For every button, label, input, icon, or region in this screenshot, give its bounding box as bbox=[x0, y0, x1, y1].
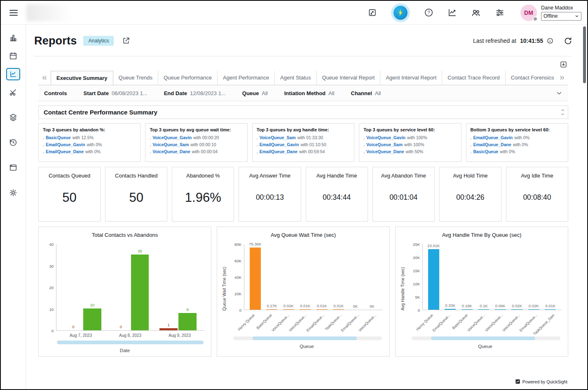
queue-link[interactable]: BasicQueue bbox=[473, 149, 499, 154]
queue-link[interactable]: EmailQueue_Gavin bbox=[46, 142, 85, 147]
filter-start-date[interactable]: Start Date06/08/2023 1... bbox=[84, 90, 148, 96]
notes-button[interactable] bbox=[368, 8, 377, 17]
queue-link[interactable]: VoiceQueue_Sam bbox=[152, 142, 189, 147]
bar-henry-queue[interactable] bbox=[428, 249, 439, 310]
open-external-button[interactable] bbox=[122, 37, 130, 45]
bar-aug-8-2023[interactable] bbox=[131, 255, 149, 330]
logo-blurred bbox=[26, 4, 73, 21]
sidebar-item-historical-metrics[interactable] bbox=[4, 65, 22, 83]
bar-henry-queue[interactable] bbox=[250, 248, 261, 310]
bar-emailqueue[interactable] bbox=[316, 309, 328, 310]
kpi-label: Avg Handle Time bbox=[316, 173, 357, 179]
queue-link[interactable]: EmailQueue_Dane bbox=[46, 149, 84, 154]
analytics-button[interactable] bbox=[447, 8, 457, 17]
filter-end-date[interactable]: End Date12/08/2023 1... bbox=[164, 90, 226, 96]
bar-aug-9-2023[interactable] bbox=[178, 313, 197, 330]
status-select[interactable]: Offline bbox=[541, 12, 581, 21]
chart-horizontal-scrollbar[interactable] bbox=[412, 336, 560, 340]
x-axis-title: Queue bbox=[227, 344, 386, 349]
controls-bar: Controls Start Date06/08/2023 1...End Da… bbox=[38, 85, 568, 101]
chart-avg-handle-time-by-queue: Avg Handle Time By Queue (sec) Avg Handl… bbox=[395, 227, 568, 357]
bullet: . bbox=[363, 142, 365, 147]
filter-intiation-method[interactable]: Intiation MethodAll bbox=[284, 90, 335, 96]
plot-area: 05K10K15K20K25K23.01K0.33K0.18K0.1K0.06K… bbox=[422, 244, 561, 310]
queue-link[interactable]: BasicQueue bbox=[46, 135, 71, 140]
bullet: . bbox=[257, 142, 258, 147]
queue-link[interactable]: VoiceQueue_Sam bbox=[366, 142, 403, 147]
tab-agent-status[interactable]: Agent Status bbox=[275, 71, 316, 85]
queue-link[interactable]: EmailQueue_Dane bbox=[473, 142, 511, 147]
tab-executive-summary[interactable]: Executive Summary bbox=[51, 71, 113, 85]
summary-card-item: .EmailQueue_Danewith 0% bbox=[471, 142, 564, 147]
bar-voicequeue[interactable] bbox=[495, 309, 506, 310]
bar-basicqueue[interactable] bbox=[266, 309, 277, 310]
tabs-scroll-left-button[interactable] bbox=[38, 71, 51, 85]
powered-by: Powered by QuickSight bbox=[38, 371, 568, 389]
queue-link[interactable]: EmailQueue_Dane bbox=[260, 149, 298, 154]
tab-queue-interval-report[interactable]: Queue Interval Report bbox=[317, 71, 381, 85]
bullet: . bbox=[471, 135, 472, 140]
filter-name: Queue bbox=[242, 90, 259, 96]
sidebar-item-bar-chart[interactable] bbox=[4, 29, 22, 47]
sidebar-item-calendar[interactable] bbox=[4, 47, 22, 65]
tab-contact-forensics[interactable]: Contact Forensics bbox=[506, 71, 556, 85]
kpi-value: 50 bbox=[129, 179, 143, 221]
bar-basicqueue[interactable] bbox=[461, 309, 473, 310]
chart-horizontal-scrollbar[interactable] bbox=[57, 341, 204, 344]
queue-link[interactable]: VoiceQueue_Dane bbox=[152, 149, 190, 154]
queue-link[interactable]: VoiceQueue_Sam bbox=[260, 135, 296, 140]
assistant-lightning-button[interactable] bbox=[391, 3, 410, 22]
tab-queue-performance[interactable]: Queue Performance bbox=[158, 71, 218, 85]
sidebar-item-cut[interactable] bbox=[4, 83, 22, 101]
bar-taskqueue-sam[interactable] bbox=[545, 309, 556, 310]
bar-aug-9-2023[interactable] bbox=[159, 328, 178, 330]
item-value: with 100% bbox=[404, 142, 424, 147]
filter-channel[interactable]: ChannelAll bbox=[351, 90, 381, 96]
page-vertical-scrollbar[interactable] bbox=[583, 26, 586, 83]
tab-agent-performance[interactable]: Agent Performance bbox=[218, 71, 275, 85]
queue-link[interactable]: VoiceQueue_Dane bbox=[366, 149, 404, 154]
y-tick-label: 0 bbox=[239, 308, 241, 313]
queue-link[interactable]: VoiceQueue_Gavin bbox=[366, 135, 405, 140]
summary-card-title: Top 3 queues by avg queue wait time: bbox=[150, 127, 243, 132]
refresh-button[interactable] bbox=[564, 37, 572, 45]
kpi-cards: Contacts Queued50Contacts Handled50Aband… bbox=[38, 167, 568, 222]
kpi-contacts-handled: Contacts Handled50 bbox=[105, 167, 167, 222]
sidebar-item-history[interactable] bbox=[4, 133, 22, 152]
bar-voicequeue[interactable] bbox=[511, 309, 522, 310]
summary-mini-scrollbar[interactable] bbox=[561, 109, 565, 116]
bar-aug-7-2023[interactable] bbox=[83, 308, 101, 330]
tab-agent-interval-report[interactable]: Agent Interval Report bbox=[380, 71, 442, 85]
bar-taskqueue[interactable] bbox=[333, 309, 344, 310]
tabs-scroll-right-button[interactable] bbox=[556, 71, 568, 85]
controls-collapse-button[interactable] bbox=[556, 90, 562, 96]
bar-emailqueue[interactable] bbox=[445, 309, 456, 310]
summary-section-header: Contact Centre Performance Summary bbox=[38, 105, 568, 119]
filter-queue[interactable]: QueueAll bbox=[242, 90, 268, 96]
tab-contact-trace-record[interactable]: Contact Trace Record bbox=[442, 71, 505, 85]
bar-emailqueue[interactable] bbox=[528, 309, 539, 310]
summary-card-item: .BasicQueuewith 12.5% bbox=[43, 135, 136, 140]
avatar[interactable]: DM bbox=[520, 5, 537, 21]
export-button[interactable] bbox=[560, 61, 567, 68]
sidebar-item-layers[interactable] bbox=[4, 108, 22, 126]
filter-name: Channel bbox=[351, 90, 372, 96]
help-button[interactable]: ? bbox=[424, 8, 433, 17]
tab-queue-trends[interactable]: Queue Trends bbox=[113, 71, 158, 85]
bar-voicequeue[interactable] bbox=[300, 309, 311, 310]
hamburger-menu-button[interactable] bbox=[7, 7, 20, 19]
queue-link[interactable]: EmailQueue_Gavin bbox=[473, 135, 513, 140]
info-icon[interactable] bbox=[547, 37, 553, 44]
dashboard-sheet: Executive SummaryQueue TrendsQueue Perfo… bbox=[34, 56, 572, 389]
queue-link[interactable]: VoiceQueue_Gavin bbox=[152, 135, 192, 140]
kpi-value: 50 bbox=[62, 179, 76, 221]
settings-sliders-button[interactable] bbox=[495, 8, 505, 18]
chart-horizontal-scrollbar[interactable] bbox=[233, 336, 382, 340]
queue-link[interactable]: EmailQueue_Gavin bbox=[260, 142, 299, 147]
users-button[interactable] bbox=[471, 8, 481, 18]
sidebar-item-window[interactable] bbox=[4, 159, 22, 177]
sidebar-item-settings[interactable] bbox=[4, 184, 22, 202]
bar-voicequeue[interactable] bbox=[478, 309, 489, 310]
y-tick-label: 20K bbox=[413, 255, 420, 260]
bar-voicequeue[interactable] bbox=[283, 309, 294, 310]
